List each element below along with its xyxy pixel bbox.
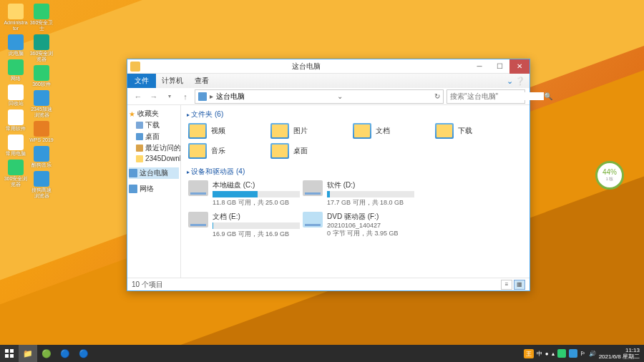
- task-explorer[interactable]: 📁: [19, 345, 37, 362]
- drive-item[interactable]: DVD 驱动器 (F:)20210106_1404270 字节 可用，共 3.9…: [301, 210, 416, 241]
- search-input[interactable]: [447, 92, 544, 100]
- clock[interactable]: 11:13 2021/6/8 星期二: [599, 347, 640, 360]
- svg-rect-1: [10, 349, 14, 353]
- desktop-icon[interactable]: 2345加速浏览器: [29, 90, 54, 118]
- address-box[interactable]: ▸ 这台电脑 ⌄ ↻: [195, 89, 444, 104]
- sidebar-item[interactable]: 最近访问的位置: [129, 142, 179, 154]
- drive-icon: [303, 212, 323, 228]
- drives-section-header[interactable]: 设备和驱动器 (4): [187, 165, 524, 178]
- tab-view[interactable]: 查看: [189, 76, 215, 86]
- maximize-button[interactable]: ☐: [489, 59, 509, 74]
- view-tiles-button[interactable]: ▦: [514, 280, 525, 290]
- tray-icon[interactable]: [557, 349, 566, 358]
- refresh-icon[interactable]: ↻: [434, 92, 440, 100]
- desktop-icon[interactable]: 常用电脑: [4, 134, 28, 157]
- drive-icon: [188, 180, 208, 196]
- sidebar-item[interactable]: 下载: [129, 119, 179, 131]
- app-icon: [8, 84, 24, 100]
- app-icon: [8, 134, 24, 150]
- desktop-icon[interactable]: 360安全卫士: [29, 4, 54, 31]
- network-header[interactable]: 网络: [129, 183, 179, 195]
- folder-label: 视频: [211, 126, 225, 136]
- drive-space: 17.7 GB 可用，共 18.0 GB: [327, 198, 414, 207]
- drive-item[interactable]: 本地磁盘 (C:)11.8 GB 可用，共 25.0 GB: [187, 178, 301, 210]
- volume-icon[interactable]: 🔊: [589, 351, 596, 357]
- drive-name: 本地磁盘 (C:): [213, 180, 300, 190]
- folder-item[interactable]: 文档: [351, 121, 434, 141]
- window-title: 这台电脑: [143, 62, 469, 72]
- sidebar-item-label: 桌面: [145, 132, 160, 142]
- desktop-icon[interactable]: WPS 2019: [29, 121, 54, 143]
- minimize-button[interactable]: ─: [469, 59, 489, 74]
- desktop-icon[interactable]: 360软件: [29, 65, 54, 87]
- icon-label: 360安全浏览器: [29, 51, 54, 62]
- tray-icon[interactable]: [569, 349, 577, 358]
- thispc-header[interactable]: 这台电脑: [129, 167, 179, 179]
- drive-item[interactable]: 软件 (D:)17.7 GB 可用，共 18.0 GB: [301, 178, 416, 210]
- address-dropdown-icon[interactable]: ⌄: [337, 92, 343, 100]
- explorer-window: 这台电脑 ─ ☐ ✕ 文件 计算机 查看 ⌄ ❔ ← → ▾ ↑ ▸ 这台电脑 …: [127, 59, 530, 291]
- back-button[interactable]: ←: [132, 90, 145, 103]
- ribbon-tabs: 文件 计算机 查看 ⌄ ❔: [127, 74, 530, 88]
- window-icon: [130, 62, 140, 72]
- nav-pane: ★收藏夹 下载桌面最近访问的位置2345Downloads 这台电脑 网络: [127, 105, 181, 278]
- up-button[interactable]: ↑: [179, 90, 192, 103]
- ime-indicator[interactable]: 王: [524, 349, 534, 358]
- start-button[interactable]: [0, 345, 19, 362]
- folder-item[interactable]: 音乐: [187, 141, 269, 161]
- location-icon: [198, 92, 207, 101]
- task-kugou[interactable]: 🔵: [74, 345, 93, 362]
- folder-icon: [188, 143, 207, 159]
- accel-gauge[interactable]: 44% 1 核: [595, 161, 624, 190]
- network-icon: [129, 185, 137, 193]
- desktop-icon[interactable]: Administrator: [4, 4, 28, 31]
- folder-icon: [136, 133, 143, 140]
- status-bar: 10 个项目 ≡ ▦: [127, 278, 530, 290]
- desktop-icon[interactable]: 搜狗高速浏览器: [29, 171, 54, 199]
- icon-label: 常用软件: [4, 126, 28, 132]
- folders-section-header[interactable]: 文件夹 (6): [187, 108, 524, 121]
- search-icon[interactable]: 🔍: [544, 92, 552, 100]
- drive-item[interactable]: 文档 (E:)16.9 GB 可用，共 16.9 GB: [187, 210, 301, 241]
- search-box[interactable]: 🔍: [447, 89, 525, 104]
- desktop-icon[interactable]: 360安全浏览器: [4, 160, 28, 187]
- tray-icon[interactable]: 中: [537, 350, 542, 358]
- icon-label: 此电脑: [4, 51, 28, 57]
- favorites-header[interactable]: ★收藏夹: [129, 108, 179, 119]
- icon-label: 搜狗高速浏览器: [29, 187, 54, 199]
- tab-computer[interactable]: 计算机: [156, 76, 189, 86]
- icon-label: 酷狗音乐: [29, 162, 54, 168]
- folder-item[interactable]: 图片: [269, 121, 351, 141]
- task-ie[interactable]: 🔵: [56, 345, 74, 362]
- app-icon: [34, 146, 49, 162]
- tray-expand-icon[interactable]: ▴: [552, 351, 555, 357]
- view-details-button[interactable]: ≡: [501, 280, 512, 290]
- desktop-icon[interactable]: 此电脑: [4, 34, 28, 57]
- app-icon: [34, 34, 49, 50]
- desktop-icon[interactable]: 网络: [4, 59, 28, 82]
- ribbon-expand-icon[interactable]: ⌄ ❔: [502, 77, 530, 86]
- folder-item[interactable]: 下载: [434, 121, 516, 141]
- desktop-icon[interactable]: 酷狗音乐: [29, 146, 54, 168]
- sidebar-item[interactable]: 桌面: [129, 131, 179, 142]
- app-icon: [8, 160, 24, 175]
- folder-item[interactable]: 视频: [187, 121, 269, 141]
- address-bar: ← → ▾ ↑ ▸ 这台电脑 ⌄ ↻ 🔍: [127, 88, 530, 105]
- folder-item[interactable]: 桌面: [269, 141, 351, 161]
- close-button[interactable]: ✕: [509, 59, 530, 74]
- icon-label: 360安全卫士: [29, 20, 54, 31]
- task-app1[interactable]: 🟢: [37, 345, 56, 362]
- tray-icon[interactable]: ●: [545, 351, 549, 357]
- recent-button[interactable]: ▾: [163, 90, 176, 103]
- forward-button[interactable]: →: [147, 90, 160, 103]
- svg-rect-0: [5, 349, 9, 353]
- folder-label: 音乐: [211, 146, 225, 156]
- desktop-icon[interactable]: 常用软件: [4, 109, 28, 132]
- desktop-icon[interactable]: 360安全浏览器: [29, 34, 54, 62]
- action-center-icon[interactable]: 🏳: [580, 351, 586, 357]
- desktop-icon[interactable]: 回收站: [4, 84, 28, 107]
- folder-icon: [136, 145, 143, 152]
- sidebar-item[interactable]: 2345Downloads: [129, 154, 179, 163]
- file-tab[interactable]: 文件: [127, 74, 156, 88]
- app-icon: [8, 59, 24, 75]
